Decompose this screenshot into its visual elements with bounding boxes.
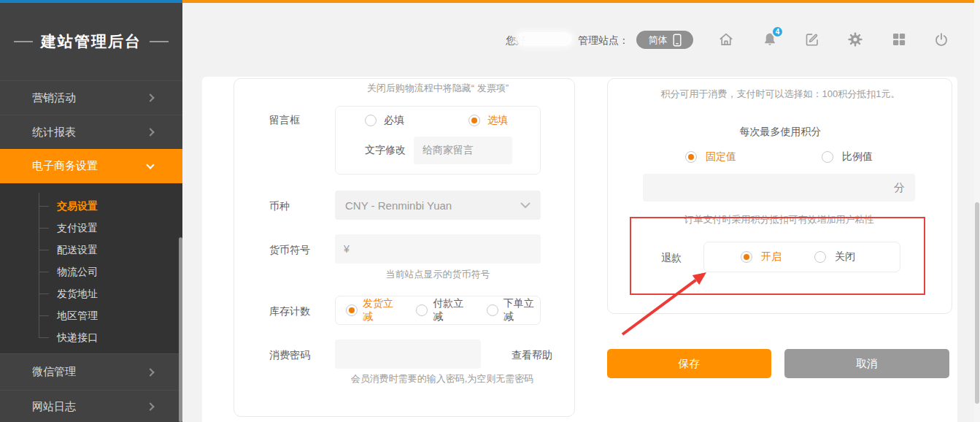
- currency-symbol-input[interactable]: [335, 234, 541, 264]
- sidebar-scrollbar[interactable]: [179, 237, 182, 422]
- radio-refund-off-label: 关闭: [835, 250, 855, 264]
- submenu-item-logistics-company[interactable]: 物流公司: [0, 261, 182, 283]
- sidebar-item-marketing[interactable]: 营销活动: [0, 80, 182, 115]
- ecommerce-submenu: 交易设置 支付设置 配送设置 物流公司 发货地址 地区管理 快递接口: [0, 183, 182, 353]
- app-root: 建站管理后台 营销活动 统计报表 电子商务设置 交易设置 支付设置 配送设置 物…: [0, 0, 980, 422]
- gear-icon: [846, 31, 864, 48]
- radio-order-deduct-label: 下单立减: [503, 297, 540, 323]
- message-optional-option[interactable]: 选填: [468, 114, 508, 127]
- consume-password-hint: 会员消费时需要的输入密码,为空则无需密码: [336, 372, 548, 385]
- currency-symbol-hint: 当前站点显示的货币符号: [335, 268, 541, 281]
- settings-button[interactable]: [845, 29, 865, 50]
- chevron-right-icon: [146, 128, 154, 136]
- site-label: 管理站点：: [578, 34, 629, 47]
- points-hint: 积分可用于消费，支付时可以选择如：100积分抵扣1元。: [615, 88, 946, 101]
- chevron-right-icon: [146, 368, 154, 376]
- invoice-hint: 关闭后购物流程中将隐藏“ 发票项”: [335, 82, 541, 95]
- message-box-group: 必填 选填 文字修改: [335, 106, 541, 174]
- refund-label: 退款: [661, 252, 682, 265]
- brand-dash-left: [14, 41, 33, 42]
- apps-grid-button[interactable]: [889, 29, 909, 50]
- currency-symbol-label: 货币符号: [269, 244, 310, 257]
- sidebar-item-label: 网站日志: [32, 400, 147, 414]
- chevron-right-icon: [146, 93, 154, 101]
- consume-password-input[interactable]: [335, 339, 481, 369]
- cancel-button[interactable]: 取消: [784, 349, 949, 378]
- notification-badge: 4: [771, 26, 784, 38]
- site-language-label: 简体: [649, 34, 668, 47]
- logout-button[interactable]: [931, 29, 952, 50]
- deduct-hint: 订单支付时采用积分抵扣可有效增加用户粘性: [643, 213, 915, 226]
- submenu-item-payment-settings[interactable]: 支付设置: [0, 217, 182, 239]
- max-points-input[interactable]: [653, 182, 894, 193]
- radio-fixed-value[interactable]: [685, 151, 697, 163]
- max-points-label: 每次最多使用积分: [615, 126, 946, 139]
- submenu-item-region-management[interactable]: 地区管理: [0, 304, 182, 326]
- radio-refund-on-label: 开启: [761, 250, 782, 264]
- sidebar-item-ecommerce-settings[interactable]: 电子商务设置: [0, 149, 182, 183]
- home-icon: [717, 31, 735, 48]
- submenu-item-trade-settings[interactable]: 交易设置: [0, 195, 182, 217]
- points-settings-panel-right: 积分可用于消费，支付时可以选择如：100积分抵扣1元。 每次最多使用积分 固定值…: [607, 78, 952, 314]
- radio-ratio-value-label: 比例值: [842, 150, 873, 164]
- edit-icon: [803, 31, 821, 48]
- submenu-item-express-interface[interactable]: 快递接口: [0, 326, 182, 348]
- radio-order-deduct[interactable]: [487, 304, 498, 316]
- points-unit: 分: [894, 181, 905, 195]
- app-title: 建站管理后台: [41, 31, 142, 52]
- bell-icon: 4: [761, 31, 779, 48]
- stock-count-group: 发货立减 付款立减 下单立减: [335, 296, 541, 325]
- top-accent-orange: [182, 0, 980, 3]
- submenu-item-delivery-settings[interactable]: 配送设置: [0, 239, 182, 261]
- save-button[interactable]: 保存: [607, 349, 771, 378]
- sidebar-item-label: 微信管理: [32, 365, 147, 379]
- radio-optional-label: 选填: [487, 114, 508, 127]
- page-scrollbar-thumb[interactable]: [975, 202, 979, 404]
- radio-ship-deduct[interactable]: [346, 304, 358, 316]
- sidebar: 建站管理后台 营销活动 统计报表 电子商务设置 交易设置 支付设置 配送设置 物…: [0, 3, 182, 422]
- chevron-right-icon: [146, 402, 154, 410]
- refund-group: 开启 关闭: [703, 242, 900, 272]
- message-box-label: 留言框: [269, 114, 300, 127]
- radio-pay-deduct-label: 付款立减: [433, 297, 469, 323]
- message-text-input[interactable]: [414, 137, 512, 164]
- currency-select-value: CNY - Renminbi Yuan: [345, 199, 520, 212]
- max-points-field: 分: [643, 174, 915, 202]
- currency-select[interactable]: CNY - Renminbi Yuan: [335, 191, 541, 220]
- text-edit-label: 文字修改: [365, 144, 406, 157]
- message-required-option[interactable]: 必填: [365, 114, 404, 127]
- sidebar-item-site-log[interactable]: 网站日志: [0, 390, 182, 422]
- fixed-value-option[interactable]: 固定值: [685, 150, 736, 164]
- sidebar-item-wechat[interactable]: 微信管理: [0, 353, 182, 390]
- radio-optional[interactable]: [468, 115, 480, 126]
- radio-required-label: 必填: [384, 114, 404, 127]
- view-help-link[interactable]: 查看帮助: [512, 349, 552, 362]
- grid-icon: [891, 31, 907, 47]
- sidebar-item-label: 电子商务设置: [32, 159, 147, 173]
- home-button[interactable]: [716, 29, 736, 50]
- power-icon: [933, 31, 950, 48]
- radio-refund-on[interactable]: [741, 251, 752, 263]
- mobile-icon: [673, 34, 682, 47]
- radio-ratio-value[interactable]: [822, 151, 833, 163]
- ratio-value-option[interactable]: 比例值: [822, 150, 873, 164]
- consume-password-label: 消费密码: [269, 349, 310, 362]
- brand-dash-right: [150, 41, 169, 42]
- radio-required[interactable]: [365, 115, 377, 126]
- site-language-pill[interactable]: 简体: [636, 31, 693, 49]
- brand: 建站管理后台: [0, 3, 182, 80]
- currency-label: 币种: [269, 200, 290, 213]
- radio-ship-deduct-label: 发货立减: [363, 297, 399, 323]
- sidebar-item-label: 营销活动: [32, 91, 147, 105]
- edit-button[interactable]: [802, 29, 822, 50]
- notifications-button[interactable]: 4: [760, 29, 780, 50]
- redacted-username: [517, 32, 572, 46]
- stock-count-label: 库存计数: [269, 305, 310, 318]
- trade-settings-panel-left: 关闭后购物流程中将隐藏“ 发票项” 留言框 必填 选填 文字修改 币种 CNY …: [234, 78, 575, 417]
- submenu-item-shipping-address[interactable]: 发货地址: [0, 283, 182, 304]
- radio-refund-off[interactable]: [814, 251, 826, 263]
- radio-fixed-value-label: 固定值: [706, 150, 736, 164]
- sidebar-item-reports[interactable]: 统计报表: [0, 115, 182, 149]
- radio-pay-deduct[interactable]: [416, 304, 428, 316]
- chevron-down-icon: [520, 202, 530, 209]
